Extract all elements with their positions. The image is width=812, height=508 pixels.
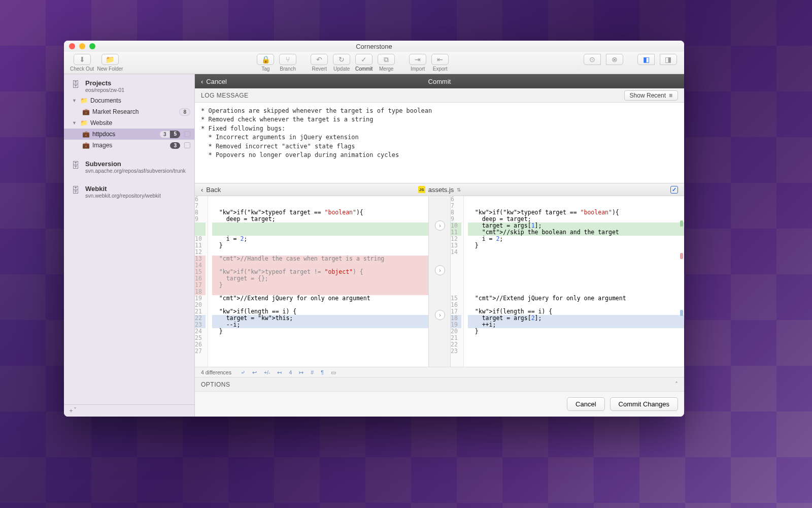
disclosure-icon[interactable]: ▼ [72,98,78,103]
logmsg-title: LOG MESSAGE [201,92,249,99]
count-badge: 5 [170,131,180,138]
tag-button[interactable]: 🔒Tag [256,54,275,72]
footer: Cancel Commit Changes [195,391,684,417]
diff-gutter-mid: › › › [428,196,451,367]
filebar: ‹ Back JS assets.js ⇅ ✓ [195,183,684,196]
merge-arrow-button[interactable]: › [435,265,445,275]
panel-right-button[interactable]: ◨ [659,54,678,72]
import-button[interactable]: ⇥Import [408,54,427,72]
options-title: OPTIONS [201,381,230,388]
sidebar: 🗄 Projects eos/repos/zw-01 ▼ 📁 Documents… [64,74,195,417]
count-badge: 3 [170,142,180,149]
chevron-up-icon: ˄ [675,381,679,388]
viewoptions-button[interactable]: ⊙View Options [583,54,602,72]
pilcrow-icon[interactable]: ¶ [321,369,324,375]
tree-images[interactable]: 💼 Images 3 [64,140,194,151]
panel-left-button[interactable]: ◧Panels [636,54,656,72]
js-file-icon: JS [418,186,425,193]
tree-documents[interactable]: ▼ 📁 Documents [64,95,194,106]
update-button[interactable]: ↻Update [332,54,351,72]
cancel-button[interactable]: Cancel [567,397,604,411]
list-icon: ≡ [669,92,672,99]
folder-icon: 💼 [82,108,90,115]
viewoptions-button-2[interactable]: ⊗ [605,54,624,72]
logmsg-header: LOG MESSAGE Show Recent ≡ [195,88,684,103]
breadcrumb-title: Commit [195,78,684,85]
folder-icon[interactable]: ▭ [331,369,336,375]
count-badge: 8 [179,108,190,116]
app-window: Cornerstone ⬇Check Out 📁New Folder 🔒Tag … [64,41,684,417]
merge-arrow-button[interactable]: › [435,310,445,320]
tree-httpdocs[interactable]: 💼 httpdocs 3 5 [64,129,194,140]
row-checkbox[interactable] [184,142,190,148]
folder-icon: 💼 [82,142,90,149]
checkout-button[interactable]: ⬇Check Out [70,54,94,72]
nav-count: 4 [289,369,292,375]
count-badge: 3 [159,131,171,138]
titlebar: Cornerstone [64,41,684,52]
row-checkbox[interactable] [184,131,190,137]
repo-icon: 🗄 [70,185,81,196]
folder-icon: 📁 [80,97,88,104]
nav-next-icon[interactable]: ↦ [299,369,303,375]
repo-icon: 🗄 [70,79,81,90]
breadcrumb: ‹ Cancel Commit [195,74,684,88]
branch-button[interactable]: ⑂Branch [278,54,297,72]
diff-left-pane: 6789101112131415161718192021222324252627… [195,196,428,367]
return-icon[interactable]: ↩ [252,369,257,375]
show-recent-button[interactable]: Show Recent ≡ [624,90,678,101]
repo-webkit[interactable]: 🗄 Webkit svn.webkit.org/repository/webki… [64,182,194,201]
diff-view: 6789101112131415161718192021222324252627… [195,196,684,367]
revert-button[interactable]: ↶Revert [310,54,329,72]
sidebar-footer: ＋ˇ [64,404,194,417]
hash-icon[interactable]: # [311,369,314,375]
wrap-icon[interactable]: ⤶ [241,369,245,375]
logmsg-textarea[interactable]: * Operations are skipped whenever the ta… [195,103,684,183]
merge-arrow-button[interactable]: › [435,220,445,231]
window-title: Cornerstone [64,43,684,50]
folder-icon: 💼 [82,131,90,138]
repo-subversion[interactable]: 🗄 Subversion svn.apache.org/repos/asf/su… [64,157,194,176]
export-button[interactable]: ⇤Export [430,54,450,72]
commit-changes-button[interactable]: Commit Changes [610,397,678,411]
updown-icon: ⇅ [457,187,461,193]
diff-count: 4 differences [201,369,231,375]
commit-button[interactable]: ✓Commit [354,54,374,72]
plusminus-icon[interactable]: +/- [264,369,270,375]
disclosure-icon[interactable]: ▼ [72,120,78,125]
add-icon[interactable]: ＋ˇ [68,406,76,415]
merge-button[interactable]: ⧉Merge [377,54,396,72]
repo-projects[interactable]: 🗄 Projects eos/repos/zw-01 [64,76,194,95]
diff-right-pane: 67891011121314151617181920212223 "kw">if… [451,196,684,367]
tree-market-research[interactable]: 💼 Market Research 8 [64,106,194,117]
file-selector[interactable]: JS assets.js ⇅ [195,186,684,194]
newfolder-button[interactable]: 📁New Folder [97,54,123,72]
diff-statusbar: 4 differences ⤶ ↩ +/- ↤ 4 ↦ # ¶ ▭ [195,367,684,377]
nav-prev-icon[interactable]: ↤ [277,369,282,375]
diff-scrollhint [680,196,683,367]
options-section[interactable]: OPTIONS ˄ [195,377,684,391]
main-panel: ‹ Cancel Commit LOG MESSAGE Show Recent … [195,74,684,417]
toolbar: ⬇Check Out 📁New Folder 🔒Tag ⑂Branch ↶Rev… [64,52,684,74]
repo-icon: 🗄 [70,160,81,171]
folder-icon: 📁 [80,119,88,126]
tree-website[interactable]: ▼ 📁 Website [64,117,194,129]
